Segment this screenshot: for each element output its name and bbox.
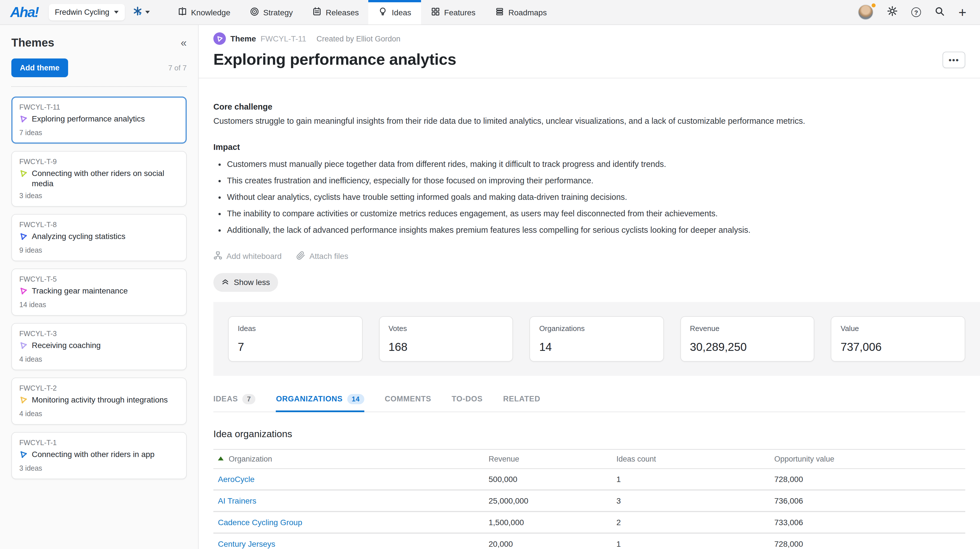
cell-opportunity-value: 733,006 (770, 512, 965, 533)
tab-count-badge: 7 (243, 394, 256, 404)
tab-ideas[interactable]: IDEAS7 (213, 394, 256, 412)
tab-comments[interactable]: COMMENTS (385, 394, 431, 412)
stat-value: 168 (388, 341, 503, 354)
column-header-revenue[interactable]: Revenue (484, 449, 612, 469)
theme-ref: FWCYL-T-5 (19, 275, 179, 283)
theme-title: Connecting with other riders on social m… (32, 169, 179, 188)
organization-link[interactable]: Cadence Cycling Group (218, 518, 302, 527)
add-button[interactable]: + (958, 5, 966, 19)
nav-item-label: Releases (326, 8, 359, 17)
tab-label: COMMENTS (385, 395, 431, 404)
more-options-button[interactable]: ••• (943, 51, 965, 68)
sort-ascending-icon (218, 456, 224, 460)
attach-files-button[interactable]: Attach files (296, 251, 348, 262)
theme-ref: FWCYL-T-8 (19, 221, 179, 229)
help-button[interactable]: ? (912, 7, 921, 17)
core-challenge-heading: Core challenge (213, 102, 965, 111)
theme-icon (19, 114, 28, 126)
tab-label: ORGANIZATIONS (276, 395, 343, 404)
aha-logo[interactable]: Aha! (10, 4, 38, 21)
primary-nav: KnowledgeStrategyReleasesIdeasFeaturesRo… (168, 0, 557, 24)
theme-title: Monitoring activity through integrations (32, 395, 168, 405)
table-row: Century Jerseys20,0001728,000 (213, 533, 965, 549)
impact-bullet: The inability to compare activities or c… (227, 208, 965, 219)
show-less-label: Show less (234, 278, 270, 287)
stat-card-revenue: Revenue30,289,250 (680, 316, 815, 362)
theme-detail-panel: Theme FWCYL-T-11 Created by Elliot Gordo… (199, 25, 980, 549)
user-avatar[interactable] (858, 5, 873, 20)
impact-bullet: Customers must manually piece together d… (227, 159, 965, 170)
cell-ideas-count: 3 (612, 490, 770, 512)
column-header-opportunity-value[interactable]: Opportunity value (770, 449, 965, 469)
organization-link[interactable]: AI Trainers (218, 496, 256, 505)
nav-item-releases[interactable]: Releases (302, 0, 369, 24)
stat-card-value: Value737,006 (831, 316, 965, 362)
stat-label: Value (841, 324, 956, 333)
theme-type-icon (213, 32, 226, 45)
settings-button[interactable] (887, 6, 898, 19)
cell-revenue: 1,500,000 (484, 512, 612, 533)
gear-icon (887, 6, 898, 19)
column-header-organization[interactable]: Organization (213, 449, 484, 469)
collapse-sidebar-icon[interactable]: « (181, 37, 187, 48)
nav-item-label: Strategy (263, 8, 293, 17)
column-label: Organization (229, 455, 272, 463)
nav-item-knowledge[interactable]: Knowledge (168, 0, 240, 24)
organization-link[interactable]: Century Jerseys (218, 539, 275, 549)
stat-value: 7 (238, 341, 353, 354)
nav-item-strategy[interactable]: Strategy (240, 0, 302, 24)
theme-ref: FWCYL-T-2 (19, 385, 179, 392)
tab-organizations[interactable]: ORGANIZATIONS14 (276, 394, 364, 412)
stat-value: 30,289,250 (690, 341, 805, 354)
search-button[interactable] (935, 6, 945, 18)
theme-count: 7 of 7 (168, 64, 187, 72)
theme-card-fwcyl-t-9[interactable]: FWCYL-T-9Connecting with other riders on… (11, 151, 187, 207)
theme-icon (19, 341, 28, 352)
nav-item-ideas[interactable]: Ideas (369, 0, 421, 24)
theme-card-fwcyl-t-11[interactable]: FWCYL-T-11Exploring performance analytic… (11, 97, 187, 144)
theme-card-fwcyl-t-5[interactable]: FWCYL-T-5Tracking gear maintenance14 ide… (11, 268, 187, 316)
add-whiteboard-button[interactable]: Add whiteboard (213, 251, 282, 262)
column-header-ideas-count[interactable]: Ideas count (612, 449, 770, 469)
theme-icon (19, 450, 28, 461)
page-title: Exploring performance analytics (213, 51, 456, 69)
ai-assistant-button[interactable] (132, 6, 150, 18)
show-less-button[interactable]: Show less (213, 273, 278, 292)
theme-ideas-count: 3 ideas (19, 192, 179, 200)
sparkle-icon (132, 6, 142, 18)
detail-tabs: IDEAS7ORGANIZATIONS14COMMENTSTO-DOSRELAT… (213, 394, 965, 412)
theme-ref: FWCYL-T-3 (19, 330, 179, 338)
nav-item-roadmaps[interactable]: Roadmaps (485, 0, 557, 24)
stat-value: 737,006 (841, 341, 956, 354)
created-by-text: Created by Elliot Gordon (317, 34, 401, 43)
nav-item-label: Features (444, 8, 476, 17)
notification-dot (870, 2, 877, 8)
tab-related[interactable]: RELATED (503, 394, 540, 412)
cell-opportunity-value: 728,000 (770, 533, 965, 549)
tab-to-dos[interactable]: TO-DOS (452, 394, 483, 412)
cell-opportunity-value: 728,000 (770, 469, 965, 490)
chevron-down-icon (145, 11, 150, 14)
theme-card-fwcyl-t-8[interactable]: FWCYL-T-8Analyzing cycling statistics9 i… (11, 214, 187, 261)
nav-item-features[interactable]: Features (421, 0, 485, 24)
impact-bullet-list: Customers must manually piece together d… (213, 159, 965, 236)
stat-value: 14 (539, 341, 654, 354)
theme-card-fwcyl-t-1[interactable]: FWCYL-T-1Connecting with other riders in… (11, 432, 187, 479)
paperclip-icon (296, 251, 305, 262)
cell-opportunity-value: 736,006 (770, 490, 965, 512)
top-nav: Aha! Fredwin Cycling KnowledgeStrategyRe… (0, 0, 980, 25)
theme-title: Exploring performance analytics (32, 114, 145, 124)
organization-link[interactable]: AeroCycle (218, 475, 255, 484)
theme-card-fwcyl-t-3[interactable]: FWCYL-T-3Receiving coaching4 ideas (11, 323, 187, 370)
workspace-switcher[interactable]: Fredwin Cycling (49, 4, 124, 21)
workspace-name: Fredwin Cycling (55, 8, 109, 16)
impact-bullet: Without clear analytics, cyclists have t… (227, 192, 965, 203)
theme-title: Connecting with other riders in app (32, 450, 154, 460)
theme-title: Receiving coaching (32, 341, 101, 351)
add-theme-button[interactable]: Add theme (11, 59, 68, 77)
nav-item-label: Ideas (392, 8, 411, 17)
ellipsis-icon: ••• (948, 55, 959, 64)
record-type-label: Theme (231, 34, 256, 43)
cell-ideas-count: 2 (612, 512, 770, 533)
theme-card-fwcyl-t-2[interactable]: FWCYL-T-2Monitoring activity through int… (11, 378, 187, 425)
